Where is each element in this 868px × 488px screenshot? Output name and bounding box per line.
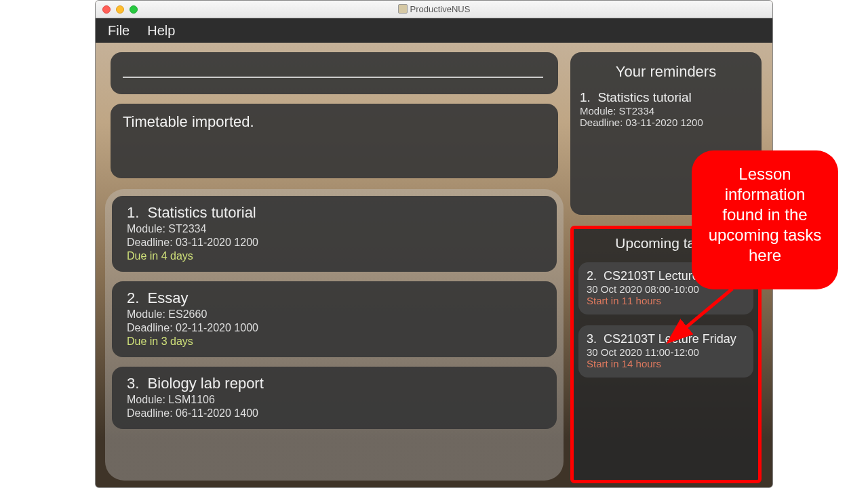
command-input[interactable] (123, 77, 543, 78)
task-deadline: Deadline: 02-11-2020 1000 (127, 322, 542, 334)
task-index: 2. (127, 289, 139, 306)
upcoming-start: Start in 14 hours (587, 358, 745, 369)
minimize-icon[interactable] (116, 5, 124, 14)
reminders-heading: Your reminders (580, 63, 752, 81)
upcoming-card[interactable]: 3. CS2103T Lecture Friday 30 Oct 2020 11… (578, 325, 753, 378)
reminder-title: Statistics tutorial (597, 90, 691, 104)
app-body: Timetable imported. 1. Statistics tutori… (96, 43, 772, 487)
task-title: Statistics tutorial (148, 204, 256, 221)
status-panel: Timetable imported. (111, 104, 558, 178)
task-deadline: Deadline: 06-11-2020 1400 (127, 407, 542, 420)
maximize-icon[interactable] (130, 5, 138, 14)
app-icon (398, 4, 408, 14)
task-title: Biology lab report (148, 375, 264, 392)
annotation-callout: Lesson information found in the upcoming… (692, 150, 838, 289)
menu-file[interactable]: File (108, 23, 130, 39)
upcoming-time: 30 Oct 2020 11:00-12:00 (587, 346, 745, 358)
annotation-text: Lesson information found in the upcoming… (709, 165, 822, 264)
upcoming-index: 2. (587, 269, 597, 283)
task-card[interactable]: 2. Essay Module: ES2660 Deadline: 02-11-… (112, 281, 557, 357)
upcoming-index: 3. (587, 332, 597, 346)
task-index: 3. (127, 375, 139, 392)
window-title-text: ProductiveNUS (410, 4, 471, 14)
reminder-item[interactable]: 1. Statistics tutorial Module: ST2334 De… (580, 90, 752, 128)
task-due: Due in 3 days (127, 336, 542, 348)
app-window: ProductiveNUS File Help Timetable import… (95, 0, 773, 488)
task-list: 1. Statistics tutorial Module: ST2334 De… (105, 189, 564, 481)
task-title: Essay (148, 289, 189, 306)
task-module: Module: ES2660 (127, 308, 542, 321)
window-controls (96, 5, 138, 14)
command-input-panel (111, 52, 558, 94)
task-deadline: Deadline: 03-11-2020 1200 (127, 237, 542, 249)
reminder-index: 1. (580, 90, 591, 104)
reminder-module: Module: ST2334 (580, 105, 752, 117)
upcoming-title: CS2103T Lecture Friday (604, 332, 736, 346)
task-due: Due in 4 days (127, 250, 542, 262)
task-card[interactable]: 1. Statistics tutorial Module: ST2334 De… (112, 196, 557, 272)
titlebar: ProductiveNUS (96, 1, 772, 18)
task-card[interactable]: 3. Biology lab report Module: LSM1106 De… (112, 367, 557, 429)
status-message: Timetable imported. (123, 113, 254, 130)
window-title: ProductiveNUS (96, 4, 772, 14)
close-icon[interactable] (102, 5, 111, 14)
task-index: 1. (127, 204, 139, 221)
task-module: Module: LSM1106 (127, 394, 542, 406)
menu-help[interactable]: Help (147, 23, 175, 39)
upcoming-start: Start in 11 hours (587, 295, 745, 306)
reminder-deadline: Deadline: 03-11-2020 1200 (580, 117, 752, 128)
menubar: File Help (96, 18, 772, 43)
task-module: Module: ST2334 (127, 223, 542, 235)
